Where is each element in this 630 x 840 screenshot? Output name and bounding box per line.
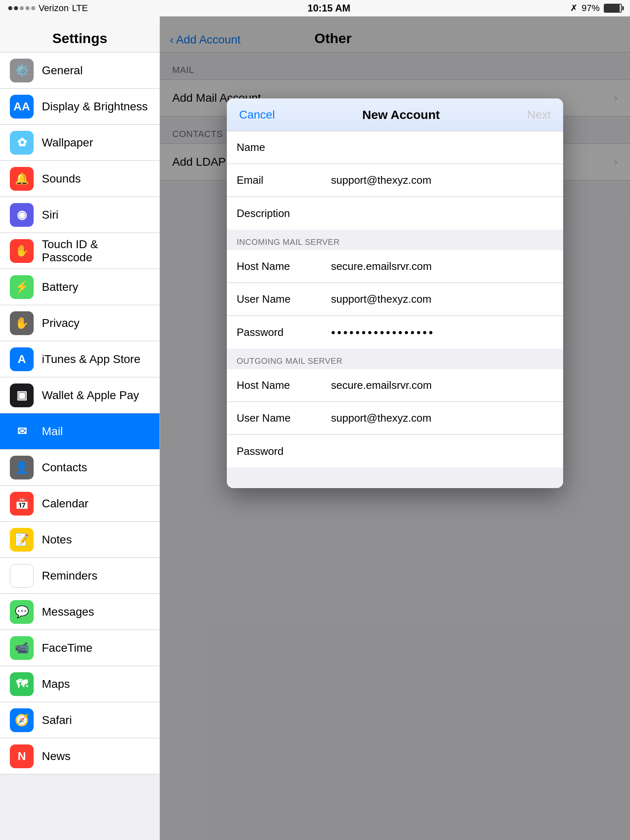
outgoing-section-divider: OUTGOING MAIL SERVER (227, 349, 563, 369)
outgoing-password-field[interactable]: Password (227, 435, 563, 468)
messages-label: Messages (42, 605, 94, 619)
status-bar: Verizon LTE 10:15 AM ✗ 97% (0, 0, 630, 16)
carrier-label: Verizon (39, 3, 68, 14)
sidebar-item-display[interactable]: AADisplay & Brightness (0, 89, 160, 125)
bluetooth-icon: ✗ (570, 3, 578, 14)
incoming-fields-group: Host Name secure.emailsrvr.com User Name… (227, 250, 563, 349)
notes-label: Notes (42, 533, 72, 546)
dot-5 (31, 6, 35, 10)
calendar-icon: 📅 (10, 492, 34, 516)
itunes-label: iTunes & App Store (42, 353, 140, 366)
outgoing-hostname-label: Host Name (237, 379, 319, 392)
sidebar-item-general[interactable]: ⚙️General (0, 52, 160, 89)
incoming-hostname-value: secure.emailsrvr.com (331, 260, 553, 273)
itunes-icon: A (10, 347, 34, 371)
incoming-section-label: INCOMING MAIL SERVER (237, 237, 340, 247)
maps-label: Maps (42, 678, 70, 691)
dot-1 (8, 6, 12, 10)
cancel-button[interactable]: Cancel (239, 108, 275, 121)
sidebar-item-touch[interactable]: ✋Touch ID & Passcode (0, 233, 160, 269)
network-label: LTE (72, 3, 88, 14)
signal-dots (8, 6, 35, 10)
general-label: General (42, 64, 83, 77)
outgoing-hostname-field[interactable]: Host Name secure.emailsrvr.com (227, 369, 563, 402)
sidebar-item-wallpaper[interactable]: ✿Wallpaper (0, 125, 160, 161)
outgoing-username-field[interactable]: User Name support@thexyz.com (227, 402, 563, 435)
incoming-hostname-field[interactable]: Host Name secure.emailsrvr.com (227, 250, 563, 283)
sidebar-item-facetime[interactable]: 📹FaceTime (0, 630, 160, 666)
sidebar-item-wallet[interactable]: ▣Wallet & Apple Pay (0, 377, 160, 413)
modal-title: New Account (362, 108, 440, 122)
dot-2 (14, 6, 18, 10)
incoming-username-label: User Name (237, 293, 319, 306)
status-left: Verizon LTE (8, 3, 88, 14)
reminders-label: Reminders (42, 569, 97, 582)
general-icon: ⚙️ (10, 59, 34, 82)
modal-overlay: Cancel New Account Next Name Email suppo… (160, 16, 630, 840)
outgoing-username-label: User Name (237, 412, 319, 425)
description-field[interactable]: Description (227, 197, 563, 230)
reminders-icon: ☰ (10, 564, 34, 588)
news-label: News (42, 750, 71, 763)
sidebar-item-news[interactable]: NNews (0, 738, 160, 774)
notes-icon: 📝 (10, 528, 34, 552)
name-field-label: Name (237, 141, 319, 154)
sidebar-item-reminders[interactable]: ☰Reminders (0, 558, 160, 594)
sidebar-item-messages[interactable]: 💬Messages (0, 594, 160, 630)
incoming-hostname-label: Host Name (237, 260, 319, 273)
incoming-section-divider: INCOMING MAIL SERVER (227, 230, 563, 250)
sidebar-item-sounds[interactable]: 🔔Sounds (0, 161, 160, 197)
status-time: 10:15 AM (308, 2, 350, 14)
battery-percent: 97% (582, 3, 600, 14)
mail-label: Mail (42, 425, 63, 438)
messages-icon: 💬 (10, 600, 34, 624)
safari-label: Safari (42, 714, 72, 727)
incoming-password-label: Password (237, 326, 319, 339)
touch-label: Touch ID & Passcode (42, 238, 150, 264)
sounds-label: Sounds (42, 172, 81, 185)
email-field-value: support@thexyz.com (331, 174, 553, 187)
contacts-label: Contacts (42, 461, 87, 474)
outgoing-fields-group: Host Name secure.emailsrvr.com User Name… (227, 369, 563, 468)
outgoing-username-value: support@thexyz.com (331, 412, 553, 425)
outgoing-section-label: OUTGOING MAIL SERVER (237, 356, 342, 366)
siri-icon: ◉ (10, 203, 34, 227)
incoming-password-field[interactable]: Password ●●●●●●●●●●●●●●●●● (227, 316, 563, 349)
right-panel: ‹ Add Account Other MAIL Add Mail Accoun… (160, 16, 630, 840)
sounds-icon: 🔔 (10, 167, 34, 191)
sidebar-item-mail[interactable]: ✉Mail (0, 413, 160, 450)
next-button[interactable]: Next (527, 108, 551, 121)
sidebar-item-safari[interactable]: 🧭Safari (0, 702, 160, 738)
outgoing-hostname-value: secure.emailsrvr.com (331, 379, 553, 392)
basic-fields-group: Name Email support@thexyz.com Descriptio… (227, 131, 563, 230)
siri-label: Siri (42, 208, 58, 221)
sidebar-item-maps[interactable]: 🗺Maps (0, 666, 160, 702)
new-account-modal: Cancel New Account Next Name Email suppo… (227, 98, 563, 488)
sidebar-item-itunes[interactable]: AiTunes & App Store (0, 341, 160, 377)
sidebar-item-battery[interactable]: ⚡Battery (0, 269, 160, 305)
modal-header: Cancel New Account Next (227, 98, 563, 131)
display-icon: AA (10, 95, 34, 119)
name-field[interactable]: Name (227, 131, 563, 164)
email-field[interactable]: Email support@thexyz.com (227, 164, 563, 197)
contacts-icon: 👤 (10, 456, 34, 479)
incoming-username-value: support@thexyz.com (331, 293, 553, 306)
sidebar-item-privacy[interactable]: ✋Privacy (0, 305, 160, 341)
sidebar-item-calendar[interactable]: 📅Calendar (0, 486, 160, 522)
battery-icon: ⚡ (10, 275, 34, 299)
safari-icon: 🧭 (10, 708, 34, 732)
outgoing-password-label: Password (237, 445, 319, 458)
sidebar-item-siri[interactable]: ◉Siri (0, 197, 160, 233)
privacy-label: Privacy (42, 317, 80, 330)
sidebar-item-notes[interactable]: 📝Notes (0, 522, 160, 558)
calendar-label: Calendar (42, 497, 89, 510)
mail-icon: ✉ (10, 420, 34, 443)
incoming-username-field[interactable]: User Name support@thexyz.com (227, 283, 563, 316)
sidebar-item-contacts[interactable]: 👤Contacts (0, 450, 160, 486)
battery-icon (604, 4, 622, 13)
wallet-icon: ▣ (10, 383, 34, 407)
main-layout: Settings ⚙️GeneralAADisplay & Brightness… (0, 16, 630, 840)
status-right: ✗ 97% (570, 3, 622, 14)
news-icon: N (10, 744, 34, 768)
sidebar: Settings ⚙️GeneralAADisplay & Brightness… (0, 16, 160, 840)
